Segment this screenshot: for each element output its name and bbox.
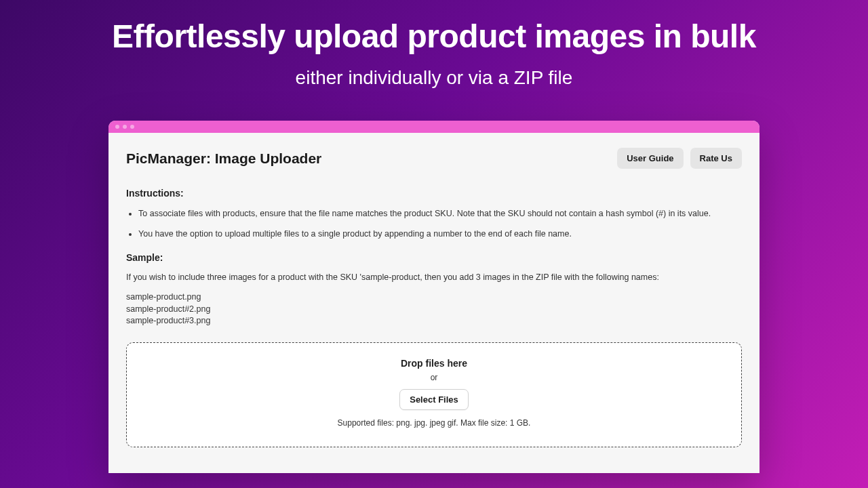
header-row: PicManager: Image Uploader User Guide Ra… (126, 148, 742, 169)
dropzone-or: or (134, 373, 734, 382)
app-window: PicManager: Image Uploader User Guide Ra… (108, 121, 760, 473)
dropzone-hint: Supported files: png. jpg. jpeg gif. Max… (134, 418, 734, 428)
dropzone-title: Drop files here (134, 358, 734, 369)
instructions-heading: Instructions: (126, 188, 742, 199)
file-dropzone[interactable]: Drop files here or Select Files Supporte… (126, 342, 742, 447)
instruction-item: To associate files with products, ensure… (138, 208, 742, 220)
hero: Effortlessly upload product images in bu… (0, 0, 868, 89)
user-guide-button[interactable]: User Guide (617, 148, 683, 169)
sample-file: sample-product.png (126, 291, 742, 304)
sample-file: sample-product#2.png (126, 304, 742, 316)
instruction-item: You have the option to upload multiple f… (138, 228, 742, 241)
hero-subtitle: either individually or via a ZIP file (0, 67, 868, 89)
traffic-light-zoom-icon[interactable] (130, 125, 134, 129)
header-buttons: User Guide Rate Us (617, 148, 742, 169)
sample-heading: Sample: (126, 252, 742, 263)
traffic-light-close-icon[interactable] (115, 125, 119, 129)
sample-file: sample-product#3.png (126, 315, 742, 327)
select-files-button[interactable]: Select Files (399, 389, 469, 410)
page-background: Effortlessly upload product images in bu… (0, 0, 868, 488)
traffic-light-minimize-icon[interactable] (123, 125, 127, 129)
hero-title: Effortlessly upload product images in bu… (0, 19, 868, 55)
rate-us-button[interactable]: Rate Us (690, 148, 742, 169)
sample-intro: If you wish to include three images for … (126, 272, 742, 282)
window-titlebar (108, 121, 760, 133)
content-area: PicManager: Image Uploader User Guide Ra… (108, 133, 760, 447)
sample-file-list: sample-product.png sample-product#2.png … (126, 291, 742, 327)
app-title: PicManager: Image Uploader (126, 150, 321, 167)
instructions-list: To associate files with products, ensure… (126, 208, 742, 240)
